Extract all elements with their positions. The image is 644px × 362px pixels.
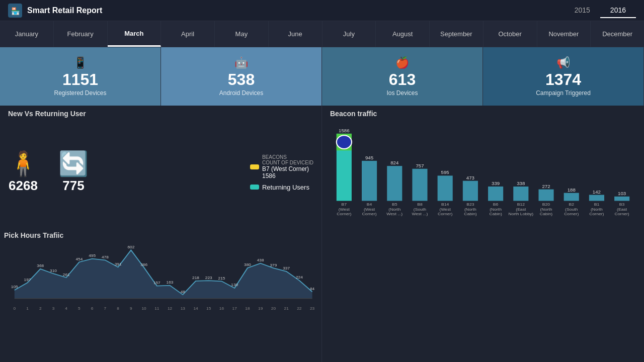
data-label-15: 223 [205, 276, 212, 280]
data-label-23: 84 [310, 287, 315, 291]
x-label-13: 13 [181, 307, 185, 311]
bar-6 [488, 187, 503, 201]
year-tab-2016[interactable]: 2016 [600, 3, 636, 18]
main-content: New Vs Returning User 🧍 6268 🔄 775 BEACO… [0, 106, 644, 362]
x-label-0: 0 [13, 307, 16, 311]
stat-icon-1: 🤖 [234, 56, 248, 69]
bar-value-4: 595 [441, 170, 449, 175]
bar-value-11: 103 [618, 191, 626, 196]
bar-value-6: 339 [492, 182, 500, 186]
month-item-june[interactable]: June [269, 21, 323, 47]
bar-value-3: 757 [416, 163, 424, 168]
bar-label-7: B12(EastNorth Lobby) [508, 202, 533, 216]
x-label-23: 23 [310, 307, 314, 311]
x-label-21: 21 [284, 307, 289, 311]
month-item-december[interactable]: December [591, 21, 644, 47]
tooltip-circle [337, 135, 352, 149]
beacon-traffic-title: Beacon traffic [322, 106, 644, 120]
x-label-12: 12 [168, 307, 172, 311]
returning-legend-dot [250, 185, 259, 190]
month-item-october[interactable]: October [484, 21, 537, 47]
month-item-july[interactable]: July [323, 21, 376, 47]
new-user-figure: 🧍 6268 [8, 152, 38, 194]
data-label-19: 438 [257, 258, 264, 262]
data-label-17: 130 [231, 283, 238, 287]
bar-label-9: B2(SouthCorner) [564, 202, 579, 216]
data-label-5: 454 [76, 257, 84, 261]
bar-value-2: 824 [390, 161, 398, 165]
stat-label-2: Ios Devices [386, 89, 418, 97]
new-user-icon: 🧍 [8, 152, 38, 176]
stat-label-1: Android Devices [219, 89, 263, 97]
bar-label-3: B8(SouthWest ...) [412, 202, 428, 216]
stat-value-2: 613 [389, 71, 416, 87]
beacon-value: B7 (West Corner) [262, 165, 313, 172]
year-tab-2015[interactable]: 2015 [565, 3, 600, 18]
month-nav: JanuaryFebruaryMarchAprilMayJuneJulyAugu… [0, 21, 644, 47]
month-item-may[interactable]: May [215, 21, 269, 47]
x-label-18: 18 [245, 307, 250, 311]
bar-value-7: 338 [517, 182, 525, 186]
stats-row: 📱 1151 Registered Devices 🤖 538 Android … [0, 47, 644, 106]
month-item-august[interactable]: August [376, 21, 430, 47]
beacon-legend-dot [250, 164, 259, 169]
data-label-1: 197 [24, 278, 31, 282]
pick-hours-title: Pick Hours Trafiic [4, 227, 317, 241]
stat-icon-0: 📱 [73, 56, 87, 69]
stat-label-0: Registered Devices [54, 89, 106, 97]
bar-label-4: B14(WestCorner) [438, 202, 452, 216]
bar-value-9: 188 [568, 188, 576, 192]
new-user-count: 6268 [9, 178, 38, 194]
bar-11 [614, 197, 629, 201]
x-label-1: 1 [26, 307, 29, 311]
data-label-3: 310 [50, 268, 57, 273]
stat-value-1: 538 [228, 71, 255, 87]
legend-section: BEACONS COUNT OF DEVICEID B7 (West Corne… [250, 154, 313, 191]
x-label-7: 7 [104, 307, 107, 311]
pick-hours-section: Pick Hours Trafiic 105197368310261454495… [0, 225, 321, 362]
returning-user-figure: 🔄 775 [58, 152, 89, 194]
month-item-september[interactable]: September [430, 21, 484, 47]
bar-value-0: 1586 [339, 128, 350, 133]
pick-hours-chart: 1051973683102614544954783916023861571634… [4, 241, 317, 312]
bar-label-11: B3(EastCorner) [615, 202, 629, 216]
data-label-6: 495 [89, 254, 96, 258]
bar-value-8: 272 [542, 184, 550, 189]
x-label-10: 10 [141, 307, 146, 311]
area-fill [15, 250, 312, 299]
month-item-january[interactable]: January [0, 21, 54, 47]
stat-card-2: 🍎 613 Ios Devices [322, 47, 483, 106]
month-item-november[interactable]: November [537, 21, 591, 47]
stat-icon-3: 📢 [556, 56, 570, 69]
month-item-april[interactable]: April [161, 21, 215, 47]
data-label-10: 386 [140, 262, 147, 266]
bar-label-8: B20(NorthCabin) [540, 202, 553, 216]
bar-value-10: 142 [593, 190, 601, 194]
bar-label-5: B23(NorthCabin) [464, 202, 477, 216]
data-label-13: 48 [181, 290, 185, 294]
legend-beacons: BEACONS COUNT OF DEVICEID B7 (West Corne… [250, 154, 313, 179]
x-label-19: 19 [258, 307, 263, 311]
x-label-3: 3 [52, 307, 55, 311]
stat-card-0: 📱 1151 Registered Devices [0, 47, 161, 106]
data-label-20: 379 [270, 263, 277, 267]
data-label-14: 218 [192, 276, 199, 280]
x-label-15: 15 [206, 307, 211, 311]
month-item-march[interactable]: March [108, 21, 162, 47]
data-label-22: 224 [296, 276, 303, 280]
x-label-22: 22 [297, 307, 301, 311]
beacon-count: 1586 [262, 172, 313, 179]
data-label-21: 337 [283, 266, 290, 270]
beacon-legend-text: BEACONS COUNT OF DEVICEID B7 (West Corne… [262, 154, 313, 179]
x-label-2: 2 [39, 307, 42, 311]
bar-label-10: B1(NorthCorner) [589, 202, 604, 216]
left-panel: New Vs Returning User 🧍 6268 🔄 775 BEACO… [0, 106, 322, 362]
bar-4 [438, 175, 453, 201]
bar-5 [463, 181, 478, 201]
user-section: 🧍 6268 🔄 775 BEACONS COUNT OF DEVICEID B… [0, 120, 321, 225]
new-vs-returning-title: New Vs Returning User [0, 106, 321, 120]
stat-value-3: 1374 [545, 71, 581, 87]
month-item-february[interactable]: February [54, 21, 108, 47]
bar-9 [564, 193, 579, 201]
x-label-4: 4 [65, 307, 67, 311]
